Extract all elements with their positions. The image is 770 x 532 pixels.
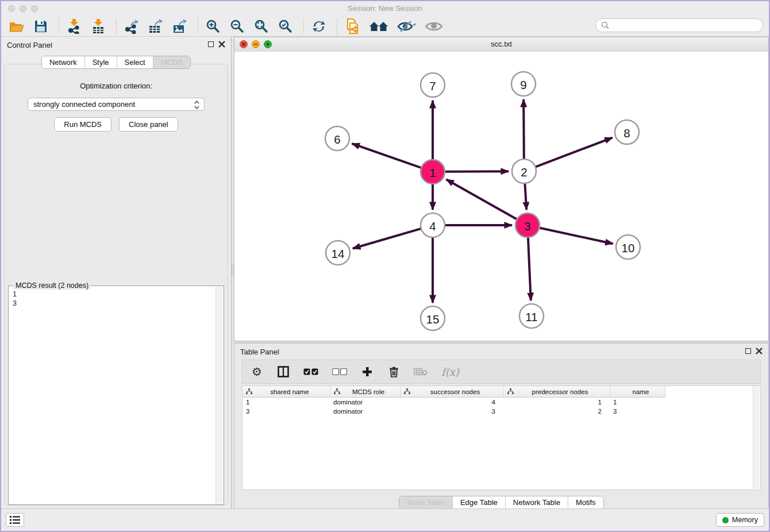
table-cell[interactable]: 3 [242, 407, 330, 416]
hierarchy-icon [507, 388, 514, 395]
tab-node-table[interactable]: Node Table [399, 496, 452, 508]
add-row-icon[interactable] [361, 365, 374, 379]
hide-selected-icon[interactable] [396, 18, 417, 34]
right-area: scc.txt 7968124314101511 Table Panel ⚙ [234, 37, 769, 509]
table-cell[interactable]: dominator [330, 407, 400, 416]
toolbar-separator [116, 19, 117, 34]
tab-network[interactable]: Network [42, 56, 84, 68]
export-image-icon[interactable] [171, 18, 188, 34]
run-mcds-button[interactable]: Run MCDS [54, 117, 111, 132]
column-header-name[interactable]: name [610, 386, 665, 398]
column-header-label: MCDS role [330, 388, 400, 395]
optimization-criterion-label: Optimization criterion: [5, 82, 228, 90]
save-session-icon[interactable] [32, 18, 49, 34]
export-table-icon[interactable] [147, 18, 164, 34]
graph-edge-3-10[interactable] [540, 228, 613, 244]
tab-network-table[interactable]: Network Table [505, 496, 568, 508]
search-input[interactable] [613, 21, 763, 30]
tab-motifs[interactable]: Motifs [568, 496, 603, 508]
graph-edge-3-11[interactable] [528, 237, 531, 300]
column-header-successor-nodes[interactable]: successor nodes [400, 386, 503, 398]
open-session-icon[interactable] [8, 18, 25, 34]
delete-row-icon[interactable] [387, 365, 400, 379]
close-panel-button[interactable]: Close panel [119, 117, 178, 132]
network-graph[interactable]: 7968124314101511 [234, 52, 768, 341]
apply-function-icon: f(x) [441, 365, 459, 379]
zoom-selected-icon[interactable] [277, 18, 294, 34]
close-panel-icon[interactable] [218, 41, 225, 48]
import-table-icon[interactable] [90, 18, 107, 34]
table-cell[interactable]: dominator [330, 398, 400, 407]
network-view-title: scc.txt [234, 40, 768, 48]
table-cell[interactable]: 1 [610, 398, 665, 407]
graph-edge-3-1[interactable] [446, 179, 517, 219]
zoom-fit-icon[interactable] [253, 18, 270, 34]
export-network-icon[interactable] [123, 18, 140, 34]
search-field[interactable] [595, 18, 763, 32]
network-canvas[interactable]: 7968124314101511 [234, 52, 768, 341]
column-header-predecessor-nodes[interactable]: predecessor nodes [503, 386, 610, 398]
go-home-icon[interactable] [368, 18, 390, 34]
zoom-in-icon[interactable] [205, 18, 222, 34]
apply-layout-icon[interactable] [310, 18, 328, 34]
graph-edge-4-14[interactable] [353, 229, 421, 249]
graph-node-label: 1 [429, 166, 436, 179]
result-item[interactable]: 3 [13, 299, 215, 308]
tab-style[interactable]: Style [84, 56, 117, 68]
mcds-panel: Optimization criterion: strongly connect… [4, 64, 228, 506]
table-panel: Table Panel ⚙ f(x) shared nameM [234, 343, 769, 509]
show-columns-icon[interactable] [277, 365, 290, 379]
column-header-label: successor nodes [401, 388, 503, 395]
tab-edge-table[interactable]: Edge Table [452, 496, 505, 508]
folder-icon [9, 20, 24, 33]
hierarchy-icon [334, 388, 340, 395]
table-cell[interactable]: 1 [242, 398, 330, 407]
table-tab-bar: Node Table Edge Table Network Table Moti… [399, 496, 603, 509]
graph-edge-2-9[interactable] [523, 99, 524, 159]
graph-edge-1-6[interactable] [352, 144, 421, 168]
table-cell[interactable]: 3 [400, 407, 503, 416]
close-table-panel-icon[interactable] [756, 348, 763, 354]
table-cell[interactable]: 4 [400, 398, 503, 407]
copy-network-icon[interactable] [344, 18, 361, 34]
table-settings-icon[interactable]: ⚙ [251, 365, 263, 379]
task-history-button[interactable] [6, 513, 24, 527]
tab-mcds[interactable]: MCDS [153, 56, 190, 68]
memory-button[interactable]: Memory [716, 513, 764, 527]
column-header-shared-name[interactable]: shared name [242, 386, 330, 398]
main-toolbar [1, 16, 769, 37]
table-row[interactable]: 3dominator323 [242, 407, 672, 416]
column-header-filler [665, 386, 672, 398]
select-stepper-icon [194, 100, 200, 110]
toolbar-separator [59, 19, 60, 34]
graph-edge-1-2[interactable] [445, 171, 509, 172]
result-scrollbar[interactable] [215, 287, 223, 504]
show-all-icon[interactable] [424, 18, 444, 34]
graph-node-label: 4 [429, 219, 436, 233]
table-scrollbar[interactable] [753, 387, 760, 489]
table-cell[interactable]: 3 [610, 407, 665, 416]
column-header-label: name [610, 388, 665, 395]
mcds-result-list[interactable]: 13 [9, 287, 215, 504]
select-all-icon[interactable] [303, 365, 318, 379]
window-title: Session: New Session [1, 4, 769, 13]
search-icon [601, 21, 609, 29]
table-cell-filler [665, 407, 672, 416]
mcds-result-group: MCDS result (2 nodes) 13 [8, 286, 224, 505]
table-cell[interactable]: 1 [503, 398, 610, 407]
graph-edge-2-3[interactable] [525, 183, 526, 210]
graph-edge-2-8[interactable] [536, 138, 613, 167]
float-panel-icon[interactable] [208, 41, 214, 47]
float-table-panel-icon[interactable] [745, 348, 751, 354]
tab-select[interactable]: Select [117, 56, 153, 68]
table-cell[interactable]: 2 [503, 407, 610, 416]
criterion-select[interactable]: strongly connected component [28, 98, 205, 111]
column-header-MCDS-role[interactable]: MCDS role [330, 386, 400, 398]
result-item[interactable]: 1 [13, 290, 215, 299]
deselect-all-icon[interactable] [332, 365, 347, 379]
table-panel-header: Table Panel [234, 344, 768, 361]
zoom-out-icon[interactable] [229, 18, 246, 34]
table-panel-title: Table Panel [240, 348, 279, 356]
table-row[interactable]: 1dominator411 [242, 398, 672, 407]
import-network-icon[interactable] [66, 18, 83, 34]
